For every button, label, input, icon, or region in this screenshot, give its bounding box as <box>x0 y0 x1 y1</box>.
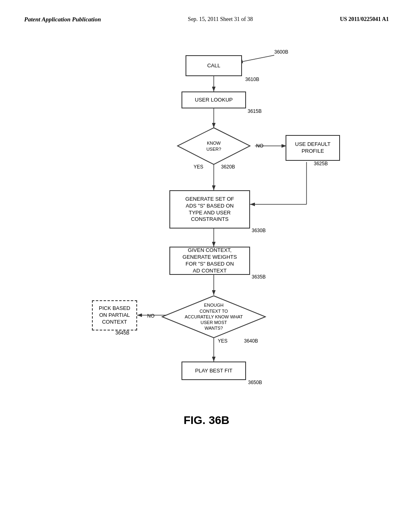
pick-based-ref: 3645B <box>115 330 129 336</box>
know-user-diamond: KNOWUSER? <box>177 127 251 165</box>
use-default-box: USE DEFAULT PROFILE <box>286 135 340 161</box>
know-user-yes: YES <box>194 164 203 170</box>
call-box: CALL <box>186 55 242 76</box>
know-user-no: NO <box>256 143 263 149</box>
use-default-ref: 3625B <box>314 161 328 166</box>
given-context-box: GIVEN CONTEXT,GENERATE WEIGHTSFOR "S" BA… <box>169 247 250 275</box>
call-ref: 3610B <box>245 77 259 82</box>
know-user-text: KNOWUSER? <box>202 136 225 156</box>
enough-context-text: ENOUGHCONTEXT TOACCURATELY KNOW WHATUSER… <box>181 298 247 335</box>
svg-line-12 <box>238 55 274 62</box>
figure-caption: FIG. 36B <box>24 414 389 427</box>
diagram-ref-label: 3600B <box>274 49 288 55</box>
given-context-label: GIVEN CONTEXT,GENERATE WEIGHTSFOR "S" BA… <box>183 247 237 274</box>
user-lookup-box: USER LOOKUP <box>181 91 246 108</box>
play-best-fit-ref: 3650B <box>248 380 262 385</box>
header-patent-number: US 2011/0225041 A1 <box>340 16 389 23</box>
given-context-ref: 3635B <box>252 274 266 280</box>
enough-context-diamond: ENOUGHCONTEXT TOACCURATELY KNOW WHATUSER… <box>161 295 266 339</box>
header-date-sheet: Sep. 15, 2011 Sheet 31 of 38 <box>188 16 253 23</box>
know-user-ref: 3620B <box>221 164 235 170</box>
enough-context-no: NO <box>147 313 154 319</box>
pick-based-label: PICK BASEDON PARTIALCONTEXT <box>99 305 130 326</box>
play-best-fit-box: PLAY BEST FIT <box>181 362 246 380</box>
enough-context-yes: YES <box>218 338 227 344</box>
generate-set-ref: 3630B <box>252 228 266 233</box>
pick-based-box: PICK BASEDON PARTIALCONTEXT <box>92 300 137 330</box>
user-lookup-ref: 3615B <box>248 108 262 114</box>
generate-set-box: GENERATE SET OFADS "S" BASED ONTYPE AND … <box>169 190 250 229</box>
call-label: CALL <box>207 62 221 69</box>
user-lookup-label: USER LOOKUP <box>195 97 233 104</box>
use-default-label: USE DEFAULT PROFILE <box>289 141 337 155</box>
page-header: Patent Application Publication Sep. 15, … <box>24 16 389 23</box>
enough-context-ref: 3640B <box>244 338 258 344</box>
page: Patent Application Publication Sep. 15, … <box>0 0 413 532</box>
generate-set-label: GENERATE SET OFADS "S" BASED ONTYPE AND … <box>186 196 234 223</box>
diagram-area: 3600B CALL 3610B USER LOOKUP 3615B KNOWU… <box>24 31 389 466</box>
header-publication-label: Patent Application Publication <box>24 16 101 23</box>
play-best-fit-label: PLAY BEST FIT <box>195 368 232 374</box>
